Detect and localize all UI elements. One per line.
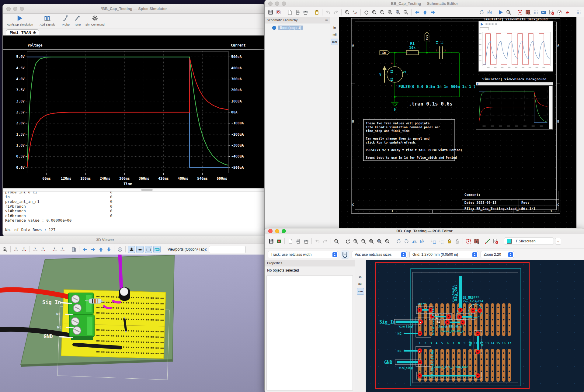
highlight-net-button[interactable]: A xyxy=(505,9,512,16)
mirror-button[interactable] xyxy=(419,238,426,245)
drc-button[interactable] xyxy=(492,238,499,245)
sig-out-trace[interactable] xyxy=(459,276,462,310)
paste-button[interactable] xyxy=(313,9,320,16)
zoom-fit-button[interactable] xyxy=(376,238,383,245)
rotate-ccw-button[interactable] xyxy=(478,9,485,16)
unit-mil-button[interactable]: mil xyxy=(357,281,364,287)
minimize-button[interactable] xyxy=(275,229,279,233)
schematic-canvas[interactable]: AABBCC1230inoutR110kC11u12E1E2V112VPULSE… xyxy=(339,17,576,231)
rotate-cw-button[interactable] xyxy=(403,238,410,245)
hierarchy-item-root[interactable]: ⋯ Root (page 1) xyxy=(268,26,330,30)
new-sheet-button[interactable] xyxy=(286,9,293,16)
add-signals-button[interactable]: Add Signals xyxy=(38,14,57,26)
zoom-button[interactable] xyxy=(282,2,286,6)
rotate-y-cw-button[interactable]: Y xyxy=(40,246,47,253)
traffic-lights[interactable] xyxy=(6,7,24,11)
probe-button[interactable]: Probe xyxy=(60,14,71,26)
minimize-button[interactable] xyxy=(13,7,17,11)
zoom-button[interactable] xyxy=(20,7,24,11)
zoom-selection-button[interactable] xyxy=(384,238,391,245)
board-setup-button[interactable] xyxy=(276,238,282,245)
scrollbar-thumb[interactable] xyxy=(141,189,153,191)
zoom-select[interactable]: Zoom 2.20 xyxy=(481,251,514,258)
combo-stepper-icon[interactable] xyxy=(401,252,406,257)
unit-mil-button[interactable]: mil xyxy=(331,32,338,38)
zoom-out-button[interactable] xyxy=(360,238,367,245)
unit-mm-button[interactable]: mm xyxy=(331,39,338,45)
via-size-select[interactable]: Via: use netclass sizes xyxy=(352,251,407,258)
tran-plot-panel[interactable]: 5.0V500uA4.5V400uA4.0V300uA3.5V200uA3.0V… xyxy=(3,36,265,189)
rotate-x-ccw-button[interactable]: X xyxy=(13,246,19,253)
simulator-button[interactable] xyxy=(556,9,563,16)
close-button[interactable] xyxy=(268,2,273,6)
ortho-projection-button[interactable] xyxy=(116,246,123,253)
flip-view-button[interactable] xyxy=(70,246,77,253)
track-posture-button[interactable] xyxy=(341,251,349,258)
combo-stepper-icon[interactable] xyxy=(472,252,477,257)
undo-button[interactable] xyxy=(325,9,331,16)
rotate-z-cw-button[interactable]: Z xyxy=(59,246,66,253)
nav-up-button[interactable] xyxy=(422,9,428,16)
show-positions-button[interactable]: pos xyxy=(153,246,161,253)
unit-in-button[interactable]: in xyxy=(357,274,364,280)
erc-button[interactable] xyxy=(548,9,555,16)
redo-button[interactable] xyxy=(332,9,339,16)
ungroup-button[interactable] xyxy=(438,238,445,245)
pan-down-button[interactable] xyxy=(105,246,112,253)
nav-back-button[interactable] xyxy=(414,9,420,16)
rotate-x-cw-button[interactable]: X xyxy=(21,246,27,253)
footprint-library-button[interactable] xyxy=(473,238,480,245)
panel-close-icon[interactable]: ⊗ xyxy=(325,18,328,22)
combo-stepper-icon[interactable] xyxy=(332,252,337,257)
run-simulation-button[interactable] xyxy=(497,9,504,16)
unit-in-button[interactable]: in xyxy=(331,25,338,31)
annotate-button[interactable] xyxy=(564,9,571,16)
nav-forward-button[interactable] xyxy=(429,9,436,16)
zoom-in-button[interactable] xyxy=(352,238,359,245)
show-smd-models-button[interactable] xyxy=(136,246,144,253)
traffic-lights[interactable] xyxy=(268,2,286,6)
schematic-titlebar[interactable]: BB_Cap_Testing — Schematic Editor xyxy=(265,0,584,7)
layer-chevron-button[interactable]: ⌄ xyxy=(555,238,561,245)
viewer3d-titlebar[interactable]: 3D Viewer xyxy=(0,236,265,244)
close-button[interactable] xyxy=(6,7,11,11)
plot-button[interactable] xyxy=(302,9,309,16)
show-bbox-button[interactable] xyxy=(145,246,152,253)
save-button[interactable] xyxy=(267,9,274,16)
find-button[interactable]: A xyxy=(344,9,350,16)
new-board-button[interactable] xyxy=(287,238,294,245)
edit-footprints-button[interactable] xyxy=(516,9,523,16)
close-button[interactable] xyxy=(268,229,273,233)
mirror-button[interactable] xyxy=(486,9,493,16)
update-footprints-button[interactable] xyxy=(465,238,472,245)
minimize-button[interactable] xyxy=(275,2,279,6)
zoom-fit-button[interactable] xyxy=(395,9,401,16)
viewer3d-canvas[interactable]: Sig_InNCNCGND xyxy=(0,255,265,392)
assign-footprints-button[interactable] xyxy=(532,9,539,16)
active-layer-select[interactable]: F.Silkscreen xyxy=(504,238,554,245)
zoom-selection-button[interactable] xyxy=(402,9,409,16)
pan-right-button[interactable] xyxy=(89,246,96,253)
resistor-r1[interactable] xyxy=(406,50,419,55)
show-th-models-button[interactable] xyxy=(128,246,135,253)
rotate-y-ccw-button[interactable]: Y xyxy=(32,246,39,253)
tune-button[interactable]: Tune xyxy=(72,14,83,26)
print-button[interactable] xyxy=(294,9,301,16)
spice-titlebar[interactable]: *BB_Cap_Testing — Spice Simulator xyxy=(3,4,265,14)
zoom-button[interactable] xyxy=(282,229,286,233)
redo-button[interactable] xyxy=(322,238,328,245)
viewports-select[interactable] xyxy=(209,246,246,253)
lock-button[interactable] xyxy=(446,238,453,245)
update-pcb-from-schematic-button[interactable] xyxy=(484,238,491,245)
pcb-canvas[interactable]: 1234567891011121314151617REF**0.0RdR1Jum… xyxy=(366,260,584,392)
combo-stepper-icon[interactable] xyxy=(508,252,513,257)
undo-button[interactable] xyxy=(314,238,321,245)
traffic-lights[interactable] xyxy=(268,229,286,233)
find-button[interactable]: A xyxy=(333,238,340,245)
pan-left-button[interactable] xyxy=(82,246,88,253)
unlock-button[interactable] xyxy=(454,238,461,245)
grid-settings-button[interactable] xyxy=(575,9,582,16)
zoom-redraw-button[interactable] xyxy=(2,246,8,253)
pan-up-button[interactable] xyxy=(97,246,104,253)
plot-button[interactable] xyxy=(303,238,309,245)
